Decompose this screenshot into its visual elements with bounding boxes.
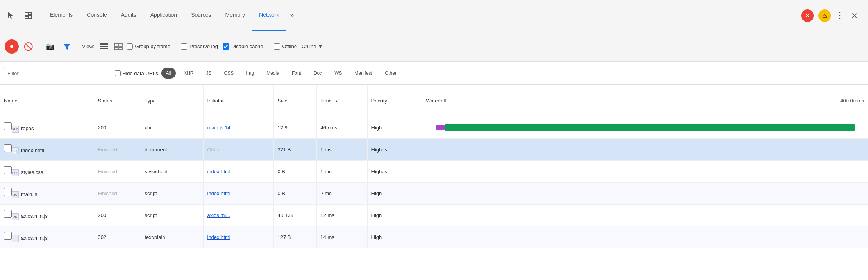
tab-memory[interactable]: Memory bbox=[218, 0, 252, 31]
filter-manifest-button[interactable]: Manifest bbox=[350, 68, 377, 79]
tab-sources[interactable]: Sources bbox=[184, 0, 218, 31]
row-name: axios.min.js bbox=[21, 213, 48, 219]
row-checkbox[interactable] bbox=[4, 166, 12, 174]
col-header-name[interactable]: Name bbox=[0, 85, 94, 117]
hide-data-urls-label[interactable]: Hide data URLs bbox=[115, 70, 158, 76]
waterfall-bar-container bbox=[422, 226, 868, 248]
initiator-link[interactable]: index.html bbox=[207, 169, 230, 174]
offline-label[interactable]: Offline bbox=[274, 43, 297, 50]
row-checkbox[interactable] bbox=[4, 188, 12, 196]
table-row[interactable]: CSSstyles.cssFinishedstylesheetindex.htm… bbox=[0, 160, 868, 182]
dots-icon: ⋮ bbox=[836, 11, 844, 20]
cell-status: Finished bbox=[94, 160, 141, 182]
cell-waterfall bbox=[422, 117, 868, 138]
row-checkbox[interactable] bbox=[4, 210, 12, 218]
initiator-link[interactable]: main.js:14 bbox=[207, 125, 230, 131]
camera-button[interactable]: 📷 bbox=[43, 39, 57, 54]
sort-arrow-time: ▲ bbox=[335, 99, 339, 103]
filter-media-button[interactable]: Media bbox=[262, 68, 284, 79]
filter-font-button[interactable]: Font bbox=[287, 68, 306, 79]
cell-size: 0 B bbox=[273, 160, 316, 182]
tab-application[interactable]: Application bbox=[143, 0, 184, 31]
filter-css-button[interactable]: CSS bbox=[219, 68, 238, 79]
filter-img-button[interactable]: Img bbox=[241, 68, 259, 79]
tab-console[interactable]: Console bbox=[80, 0, 114, 31]
tab-network[interactable]: Network bbox=[252, 0, 286, 31]
preserve-log-checkbox[interactable] bbox=[181, 43, 187, 50]
close-button[interactable]: ✕ bbox=[801, 9, 814, 22]
waterfall-bar-container bbox=[422, 183, 868, 204]
table-row[interactable]: axios.min.js302text/plainindex.html127 B… bbox=[0, 226, 868, 248]
record-button[interactable]: ● bbox=[5, 39, 19, 54]
devtools-close-button[interactable]: ✕ bbox=[849, 11, 860, 20]
initiator-link[interactable]: index.html bbox=[207, 190, 230, 196]
tab-more-button[interactable]: » bbox=[286, 0, 298, 31]
svg-rect-7 bbox=[114, 43, 118, 46]
more-options-button[interactable]: ⋮ bbox=[836, 11, 844, 21]
col-header-time[interactable]: Time ▲ bbox=[316, 85, 367, 117]
filter-js-button[interactable]: JS bbox=[201, 68, 216, 79]
filter-input[interactable] bbox=[4, 67, 109, 79]
filter-xhr-button[interactable]: XHR bbox=[179, 68, 198, 79]
col-header-type[interactable]: Type bbox=[141, 85, 203, 117]
cell-name: XHRrepos bbox=[0, 117, 94, 138]
cell-initiator[interactable]: index.html bbox=[203, 182, 273, 204]
col-header-priority[interactable]: Priority bbox=[367, 85, 422, 117]
group-by-frame-label[interactable]: Group by frame bbox=[127, 43, 170, 50]
table-row[interactable]: JSaxios.min.js200scriptaxios.mi...4.6 KB… bbox=[0, 204, 868, 226]
table-row[interactable]: JSmain.jsFinishedscriptindex.html0 B2 ms… bbox=[0, 182, 868, 204]
tree-view-button[interactable] bbox=[113, 41, 124, 52]
cell-initiator[interactable]: axios.mi... bbox=[203, 204, 273, 226]
table-row[interactable]: XHRrepos200xhrmain.js:1412.9 ...465 msHi… bbox=[0, 117, 868, 138]
svg-rect-3 bbox=[29, 16, 31, 19]
col-header-waterfall[interactable]: Waterfall 400.00 ms bbox=[422, 85, 868, 117]
col-header-initiator[interactable]: Initiator bbox=[203, 85, 273, 117]
waterfall-tick bbox=[436, 188, 436, 199]
waterfall-bar-container bbox=[422, 139, 868, 160]
online-select[interactable]: Online ▼ bbox=[302, 43, 323, 50]
waterfall-bar-container bbox=[422, 161, 868, 182]
initiator-link[interactable]: axios.mi... bbox=[207, 212, 230, 218]
cell-initiator[interactable]: main.js:14 bbox=[203, 117, 273, 138]
initiator-link[interactable]: index.html bbox=[207, 234, 230, 240]
table-header-row: Name Status Type Initiator Size Time ▲ bbox=[0, 85, 868, 117]
svg-rect-2 bbox=[29, 13, 31, 15]
cell-status: 302 bbox=[94, 226, 141, 248]
cell-type: stylesheet bbox=[141, 160, 203, 182]
svg-rect-4 bbox=[100, 43, 108, 45]
preserve-log-label[interactable]: Preserve log bbox=[181, 43, 218, 50]
cell-size: 127 B bbox=[273, 226, 316, 248]
list-view-button[interactable] bbox=[98, 41, 110, 52]
col-header-size[interactable]: Size bbox=[273, 85, 316, 117]
inspect-icon[interactable] bbox=[21, 9, 35, 23]
filter-icon bbox=[63, 42, 71, 51]
row-checkbox[interactable] bbox=[4, 122, 12, 130]
clear-icon: 🚫 bbox=[23, 42, 33, 51]
filter-all-button[interactable]: All bbox=[161, 68, 176, 79]
col-header-status[interactable]: Status bbox=[94, 85, 141, 117]
row-name: main.js bbox=[21, 191, 37, 197]
row-checkbox[interactable] bbox=[4, 232, 12, 240]
row-checkbox[interactable] bbox=[4, 144, 12, 152]
group-by-frame-checkbox[interactable] bbox=[127, 43, 133, 50]
tab-audits[interactable]: Audits bbox=[114, 0, 143, 31]
cell-initiator[interactable]: index.html bbox=[203, 160, 273, 182]
cursor-icon[interactable] bbox=[4, 9, 18, 23]
offline-checkbox[interactable] bbox=[274, 43, 280, 50]
warning-button[interactable]: ⚠ bbox=[818, 9, 831, 22]
tab-elements[interactable]: Elements bbox=[43, 0, 80, 31]
filter-ws-button[interactable]: WS bbox=[330, 68, 346, 79]
hide-data-urls-checkbox[interactable] bbox=[115, 70, 121, 76]
filter-other-button[interactable]: Other bbox=[380, 68, 401, 79]
disable-cache-label[interactable]: Disable cache bbox=[223, 43, 263, 50]
cell-name: JSaxios.min.js bbox=[0, 204, 94, 226]
filter-doc-button[interactable]: Doc bbox=[309, 68, 327, 79]
disable-cache-checkbox[interactable] bbox=[223, 43, 229, 50]
filter-button[interactable] bbox=[60, 39, 74, 54]
table-row[interactable]: 📄index.htmlFinisheddocumentOther321 B1 m… bbox=[0, 138, 868, 160]
svg-rect-10 bbox=[119, 47, 122, 50]
cell-name: JSmain.js bbox=[0, 182, 94, 204]
divider-1 bbox=[39, 41, 39, 52]
clear-button[interactable]: 🚫 bbox=[21, 39, 35, 54]
cell-initiator[interactable]: index.html bbox=[203, 226, 273, 248]
